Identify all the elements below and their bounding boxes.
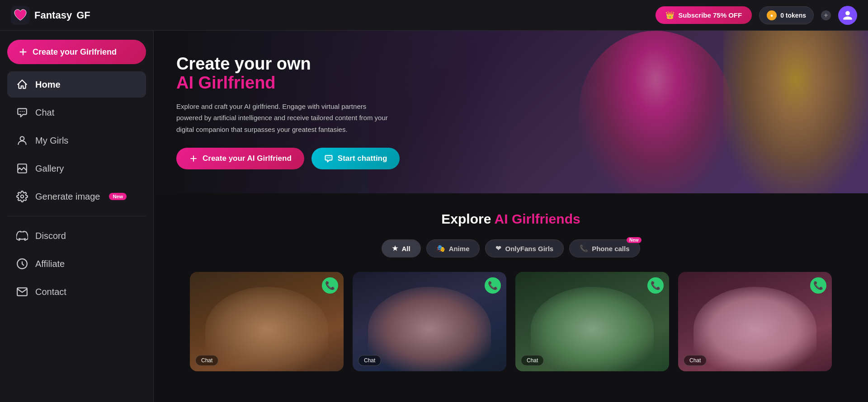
card-4-phone-button[interactable]: 📞: [810, 277, 826, 294]
sidebar-contact-label: Contact: [35, 287, 66, 297]
filter-phone-label: Phone calls: [592, 245, 629, 252]
filter-anime[interactable]: 🎭 Anime: [426, 239, 480, 257]
sidebar-gallery-label: Gallery: [35, 164, 64, 174]
filter-all[interactable]: ★ All: [382, 239, 420, 257]
sidebar-item-home[interactable]: Home: [7, 71, 146, 98]
create-girlfriend-label: Create your Girlfriend: [33, 47, 117, 57]
star-icon: ★: [392, 244, 398, 252]
token-coin-icon: ●: [767, 10, 777, 20]
hero-description: Explore and craft your AI girlfriend. En…: [176, 101, 393, 136]
phone-icon: 📞: [580, 244, 588, 252]
card-1-phone-button[interactable]: 📞: [322, 277, 338, 294]
generate-image-new-badge: New: [109, 193, 127, 200]
girl-card-1[interactable]: 📞 Chat: [190, 272, 344, 371]
top-navigation: FantasyGF 👑 Subscribe 75% OFF ● 0 tokens…: [0, 0, 868, 31]
sidebar-item-affiliate[interactable]: Affiliate: [7, 251, 146, 277]
girl-card-4[interactable]: 📞 Chat: [678, 272, 832, 371]
explore-title-plain: Explore: [441, 211, 491, 226]
sidebar-chat-label: Chat: [35, 108, 54, 118]
nav-right-actions: 👑 Subscribe 75% OFF ● 0 tokens +: [656, 6, 857, 25]
explore-title-pink: AI Girlfriends: [495, 211, 580, 226]
explore-title: Explore AI Girlfriends: [172, 211, 850, 227]
sidebar: Create your Girlfriend Home Chat My Girl…: [0, 31, 154, 402]
card-2-phone-button[interactable]: 📞: [485, 277, 501, 294]
hero-girl-2: [723, 31, 868, 193]
filter-onlyfans-label: OnlyFans Girls: [505, 245, 553, 252]
girl-1-shape: [205, 287, 328, 371]
girl-card-2[interactable]: 📞 Chat: [353, 272, 506, 371]
subscribe-button[interactable]: 👑 Subscribe 75% OFF: [656, 6, 752, 24]
sidebar-divider: [7, 216, 146, 216]
card-3-chat-button[interactable]: Chat: [521, 355, 544, 366]
sidebar-home-label: Home: [35, 79, 61, 90]
filter-anime-label: Anime: [449, 245, 470, 252]
subscribe-label: Subscribe 75% OFF: [678, 11, 742, 19]
sidebar-affiliate-label: Affiliate: [35, 259, 65, 269]
card-4-chat-button[interactable]: Chat: [684, 355, 707, 366]
hero-banner: Create your own AI Girlfriend Explore an…: [154, 31, 868, 193]
filter-phone-calls[interactable]: 📞 Phone calls New: [569, 239, 640, 257]
hero-chat-label: Start chatting: [338, 154, 387, 163]
sidebar-item-chat[interactable]: Chat: [7, 99, 146, 126]
phone-calls-new-badge: New: [627, 237, 642, 243]
sidebar-discord-label: Discord: [35, 231, 66, 241]
main-content: Create your own AI Girlfriend Explore an…: [154, 31, 868, 402]
onlyfans-icon: ❤: [495, 244, 501, 252]
user-avatar-button[interactable]: [838, 6, 857, 25]
explore-section: Explore AI Girlfriends ★ All 🎭 Anime ❤ O…: [154, 193, 868, 380]
sidebar-item-generate-image[interactable]: Generate image New: [7, 183, 146, 210]
sidebar-item-my-girls[interactable]: My Girls: [7, 127, 146, 154]
sidebar-generate-image-label: Generate image: [35, 192, 100, 202]
card-1-chat-button[interactable]: Chat: [195, 355, 218, 366]
filter-onlyfans[interactable]: ❤ OnlyFans Girls: [485, 239, 564, 257]
hero-girl-1: [579, 31, 732, 193]
hero-create-button[interactable]: Create your AI Girlfriend: [176, 148, 304, 169]
girl-3-shape: [531, 287, 654, 371]
sidebar-my-girls-label: My Girls: [35, 136, 68, 146]
logo-text-gf: GF: [76, 9, 90, 21]
logo[interactable]: FantasyGF: [11, 6, 90, 25]
girl-cards-grid: 📞 Chat 📞 Chat 📞 Chat 📞 Chat: [172, 272, 850, 371]
crown-icon: 👑: [665, 11, 675, 19]
create-girlfriend-button[interactable]: Create your Girlfriend: [7, 40, 146, 64]
girl-4-shape: [693, 287, 816, 371]
sidebar-item-gallery[interactable]: Gallery: [7, 155, 146, 182]
card-2-chat-button[interactable]: Chat: [358, 355, 381, 366]
tokens-count: 0 tokens: [780, 12, 806, 19]
sidebar-item-discord[interactable]: Discord: [7, 223, 146, 249]
main-layout: Create your Girlfriend Home Chat My Girl…: [0, 31, 868, 402]
tokens-button[interactable]: ● 0 tokens: [759, 6, 814, 24]
filter-all-label: All: [401, 245, 410, 252]
hero-title-plain: Create your own: [176, 55, 400, 74]
svg-point-3: [21, 195, 24, 198]
hero-text-content: Create your own AI Girlfriend Explore an…: [154, 37, 422, 187]
hero-buttons: Create your AI Girlfriend Start chatting: [176, 148, 400, 169]
logo-text-fantasy: Fantasy: [34, 9, 72, 21]
add-tokens-button[interactable]: +: [821, 10, 831, 20]
anime-icon: 🎭: [437, 244, 445, 252]
card-3-phone-button[interactable]: 📞: [647, 277, 664, 294]
hero-create-label: Create your AI Girlfriend: [203, 154, 292, 163]
filter-tabs: ★ All 🎭 Anime ❤ OnlyFans Girls 📞 Phone c…: [172, 239, 850, 257]
sidebar-item-contact[interactable]: Contact: [7, 279, 146, 305]
girl-2-shape: [368, 287, 491, 371]
hero-title-pink: AI Girlfriend: [176, 74, 400, 93]
hero-chat-button[interactable]: Start chatting: [311, 148, 400, 169]
girl-card-3[interactable]: 📞 Chat: [515, 272, 669, 371]
svg-point-1: [20, 136, 24, 140]
